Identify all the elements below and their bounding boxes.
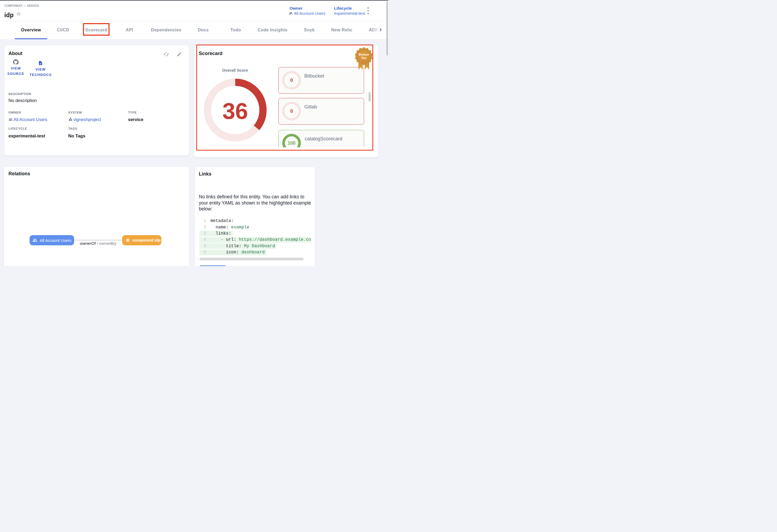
svg-text:Tier: Tier [361, 56, 367, 59]
svg-text:Bronze: Bronze [359, 53, 369, 56]
